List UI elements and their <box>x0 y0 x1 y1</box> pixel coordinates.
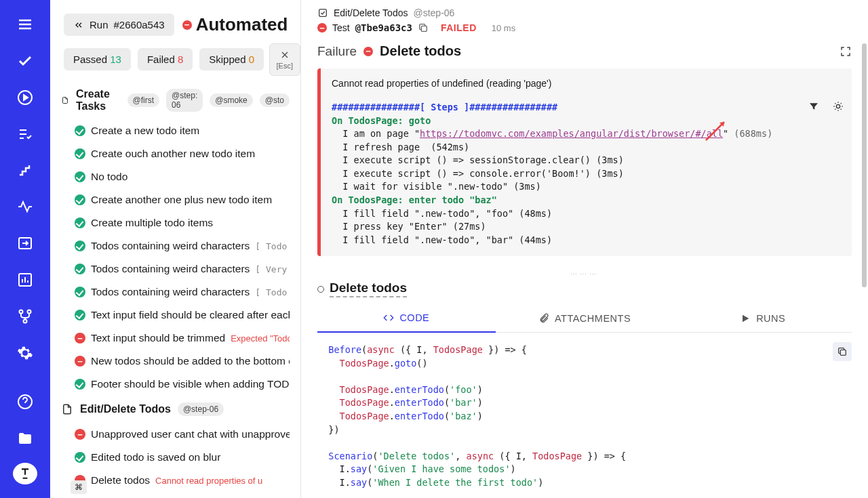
steps-log: ################[ Steps ]###############… <box>332 101 841 247</box>
test-name: Todos containing weird characters <box>91 286 250 298</box>
test-name: New todos should be added to the bottom … <box>91 355 290 367</box>
test-name: Text input field should be cleared after… <box>91 309 290 321</box>
file-icon <box>61 94 69 106</box>
menu-icon[interactable] <box>12 12 39 37</box>
list-check-icon[interactable] <box>12 122 39 146</box>
close-hint: [Esc] <box>277 62 293 70</box>
folder-icon[interactable] <box>12 426 39 451</box>
play-icon[interactable] <box>12 85 39 110</box>
gear-icon[interactable] <box>12 341 39 365</box>
copy-icon[interactable] <box>418 22 429 33</box>
filter-icon[interactable] <box>808 101 819 112</box>
branch-icon[interactable] <box>12 304 39 329</box>
test-item[interactable]: Footer should be visible when adding TOD… <box>61 373 290 396</box>
resize-handle[interactable]: ⋯⋯⋯ <box>317 270 852 278</box>
play-solid-icon <box>740 313 751 324</box>
test-item[interactable]: Edited todo is saved on blur <box>61 446 290 469</box>
tabs: CODE ATTACHMENTS RUNS <box>317 304 852 333</box>
tag-pill[interactable]: @smoke <box>210 94 253 107</box>
test-item[interactable]: Text input should be trimmedExpected "To… <box>61 327 290 350</box>
test-name: Create multiple todo items <box>91 217 213 229</box>
test-param: [ Todo with <box>255 241 290 251</box>
test-item[interactable]: Create another one plus new todo item <box>61 188 290 211</box>
app-logo[interactable] <box>13 463 37 484</box>
help-icon[interactable] <box>12 390 39 414</box>
cmd-indicator[interactable]: ⌘ <box>71 480 87 494</box>
test-item[interactable]: Unapproved user cant chat with unapprove… <box>61 423 290 446</box>
duration: 10 ms <box>492 23 515 33</box>
test-item[interactable]: Create multiple todo items <box>61 211 290 234</box>
status-fail-icon <box>75 356 85 367</box>
status-pass-icon <box>75 171 85 182</box>
steps-icon[interactable] <box>12 159 39 183</box>
tag-pill[interactable]: @step: 06 <box>166 89 203 112</box>
test-error-hint: Expected "Todo wi <box>231 333 290 344</box>
close-button[interactable]: [Esc] <box>269 43 300 76</box>
group-header[interactable]: Edit/Delete Todos@step-06 <box>61 396 290 423</box>
test-item[interactable]: Todos containing weird characters[ Very … <box>61 257 290 281</box>
test-name: Create ouch another new todo item <box>91 148 255 160</box>
status-pass-icon <box>75 194 85 205</box>
expand-icon[interactable] <box>840 45 852 58</box>
test-name: No todo <box>91 171 127 183</box>
status-fail-icon <box>317 23 327 33</box>
failure-name: Delete todos <box>380 43 461 59</box>
group-title: Edit/Delete Todos <box>80 403 171 415</box>
tab-attachments[interactable]: ATTACHMENTS <box>496 304 674 332</box>
test-name: Create another one plus new todo item <box>91 194 272 206</box>
svg-point-24 <box>836 104 840 108</box>
code-icon <box>383 312 394 323</box>
code-content: Before(async ({ I, TodosPage }) => { Tod… <box>317 342 852 491</box>
svg-rect-23 <box>421 26 427 31</box>
status-fail-icon <box>182 20 192 30</box>
group-title: Create Tasks <box>76 88 121 112</box>
chart-icon[interactable] <box>12 268 39 292</box>
run-pill[interactable]: Run #2660a543 <box>64 14 174 36</box>
circle-icon <box>317 286 324 293</box>
test-name: Edited todo is saved on blur <box>91 451 220 463</box>
test-name: Todos containing weird characters <box>91 263 250 275</box>
test-item[interactable]: Text input field should be cleared after… <box>61 304 290 327</box>
status-pass-icon <box>75 217 85 228</box>
page-title: Automated te <box>182 14 287 35</box>
paperclip-icon <box>538 313 549 324</box>
copy-code-button[interactable] <box>833 342 852 361</box>
tag-pill[interactable]: @step-06 <box>178 402 224 416</box>
test-item[interactable]: Todos containing weird characters[ Todo … <box>61 234 290 257</box>
test-name: Delete todos <box>91 474 150 486</box>
svg-point-15 <box>28 310 31 314</box>
test-item[interactable]: Delete todosCannot read properties of u <box>61 469 290 492</box>
tab-runs[interactable]: RUNS <box>673 304 852 332</box>
test-param: [ Very looo <box>255 264 290 274</box>
tag-pill[interactable]: @sto <box>260 94 290 107</box>
status-pass-icon <box>75 148 85 159</box>
test-item[interactable]: Create a new todo item <box>61 119 290 142</box>
filter-skipped[interactable]: Skipped 0 <box>199 48 264 70</box>
pulse-icon[interactable] <box>12 194 39 219</box>
test-item[interactable]: No todo <box>61 165 290 188</box>
svg-point-16 <box>24 320 27 323</box>
status-badge: FAILED <box>441 22 477 33</box>
theme-icon[interactable] <box>833 101 844 112</box>
svg-line-29 <box>835 103 835 104</box>
test-name: Todos containing weird characters <box>91 240 250 252</box>
tag-pill[interactable]: @first <box>127 94 160 107</box>
check-icon[interactable] <box>12 49 39 73</box>
filter-passed[interactable]: Passed 13 <box>64 48 131 70</box>
group-header[interactable]: Create Tasks@first@step: 06@smoke@sto <box>61 81 290 119</box>
status-pass-icon <box>75 452 85 463</box>
test-list[interactable]: Create Tasks@first@step: 06@smoke@stoCre… <box>50 81 300 498</box>
import-icon[interactable] <box>12 231 39 255</box>
svg-rect-36 <box>840 350 846 356</box>
code-block: Before(async ({ I, TodosPage }) => { Tod… <box>317 342 852 491</box>
scrollbar[interactable] <box>860 43 868 498</box>
tab-code[interactable]: CODE <box>317 304 496 333</box>
breadcrumb-suite[interactable]: Edit/Delete Todos @step-06 <box>317 5 852 20</box>
filter-failed[interactable]: Failed 8 <box>138 48 193 70</box>
run-prefix: Run <box>90 19 108 30</box>
close-icon <box>279 49 290 60</box>
test-name: Text input should be trimmed <box>91 332 225 344</box>
test-item[interactable]: Create ouch another new todo item <box>61 142 290 165</box>
test-item[interactable]: New todos should be added to the bottom … <box>61 350 290 373</box>
test-item[interactable]: Todos containing weird characters[ Todo … <box>61 281 290 304</box>
